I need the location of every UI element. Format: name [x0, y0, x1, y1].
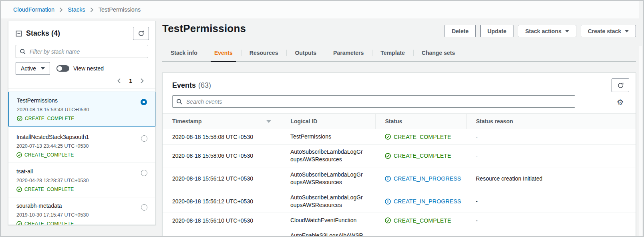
delete-button[interactable]: Delete — [445, 25, 476, 37]
event-timestamp: 2020-08-18 15:56:10 UTC+0530 — [163, 213, 281, 228]
settings-gear-icon[interactable]: ⚙ — [617, 98, 629, 106]
event-status-label: CREATE_COMPLETE — [394, 153, 451, 159]
sidebar-pagination: 1 — [8, 75, 155, 88]
column-header-status-reason: Status reason — [466, 114, 636, 129]
events-search-input[interactable] — [172, 95, 575, 108]
event-status: CREATE_IN_PROGRESS — [375, 167, 466, 190]
event-timestamp: 2020-08-18 15:56:12 UTC+0530 — [163, 190, 281, 213]
update-button[interactable]: Update — [480, 25, 513, 37]
breadcrumb-separator-icon — [90, 7, 94, 12]
events-refresh-button[interactable] — [612, 78, 629, 92]
view-nested-toggle[interactable]: View nested — [56, 65, 104, 72]
column-header-timestamp[interactable]: Timestamp — [163, 114, 281, 129]
button-label: Stack actions — [525, 28, 561, 34]
stack-name: tsat-all — [16, 168, 147, 175]
stack-name: sourabh-metadata — [16, 203, 147, 209]
tab-change-sets[interactable]: Change sets — [413, 45, 463, 61]
sort-descending-icon — [266, 120, 271, 123]
status-success-icon — [385, 134, 391, 140]
event-timestamp: 2020-08-18 15:58:08 UTC+0530 — [163, 129, 281, 145]
button-label: Update — [487, 28, 506, 34]
breadcrumb-link-cloudformation[interactable]: CloudFormation — [13, 6, 54, 13]
stack-radio[interactable] — [141, 135, 147, 142]
event-status-reason: - — [466, 190, 636, 213]
stack-timestamp: 2020-04-28 13:28:37 UTC+0530 — [16, 178, 147, 183]
status-success-icon — [385, 217, 391, 223]
tab-template[interactable]: Template — [372, 45, 413, 61]
stack-actions-button[interactable]: Stack actions — [518, 25, 576, 37]
stack-status-label: CREATE_COMPLETE — [24, 152, 74, 158]
breadcrumb-link-stacks[interactable]: Stacks — [68, 6, 85, 13]
toggle-switch[interactable] — [56, 65, 69, 72]
event-row: 2020-08-18 15:56:10 UTC+0530CloudWatchEv… — [163, 213, 636, 228]
stack-status-badge: CREATE_COMPLETE — [16, 187, 147, 192]
stack-radio[interactable] — [141, 99, 147, 105]
button-label: Create stack — [588, 28, 621, 34]
pager-prev-button[interactable] — [116, 77, 122, 84]
chevron-down-icon — [565, 30, 569, 32]
cloudformation-console: CloudFormationStacksTestPermissions Stac… — [0, 0, 644, 237]
stack-tabs: Stack infoEventsResourcesOutputsParamete… — [162, 45, 636, 62]
stack-status-badge: CREATE_COMPLETE — [16, 152, 147, 158]
stack-item-testpermissions[interactable]: TestPermissions2020-08-18 15:53:43 UTC+0… — [8, 92, 155, 127]
stack-item-installnestedstack3apsouth1[interactable]: InstallNestedStack3apsouth12020-07-13 23… — [8, 129, 155, 163]
events-panel-title: Events(63) — [172, 81, 211, 90]
event-logical-id: TestPermissions — [281, 129, 375, 145]
stack-radio[interactable] — [141, 170, 147, 176]
event-status-reason: Resource creation Initiated — [466, 167, 636, 190]
stack-filter-input[interactable] — [16, 45, 148, 58]
events-panel: Events(63) ⚙ — [162, 72, 636, 237]
event-status-label: CREATE_IN_PROGRESS — [394, 175, 461, 182]
stacks-refresh-button[interactable] — [133, 27, 149, 40]
stack-status-filter-dropdown[interactable]: Active — [16, 62, 50, 75]
chevron-down-icon — [625, 30, 629, 32]
sidebar-controls: Active View nested — [8, 62, 155, 75]
tab-parameters[interactable]: Parameters — [325, 45, 372, 61]
sidebar-title: Stacks (4) — [26, 29, 60, 38]
breadcrumb-current-testpermissions: TestPermissions — [99, 6, 141, 13]
stack-filter — [16, 45, 148, 58]
chevron-right-icon — [140, 78, 144, 84]
pager-next-button[interactable] — [139, 77, 145, 84]
button-label: Delete — [452, 28, 469, 34]
event-logical-id: AutoEnableS3LogsAlbAWSRes — [281, 228, 375, 237]
event-row: 2020-08-18 15:56:12 UTC+0530AutoSubscrib… — [163, 190, 636, 213]
stack-timestamp: 2020-08-18 15:53:43 UTC+0530 — [17, 107, 147, 112]
stack-item-sourabh-metadata[interactable]: sourabh-metadata2019-10-30 17:15:47 UTC+… — [8, 197, 155, 225]
event-status: CREATE_COMPLETE — [375, 228, 466, 237]
breadcrumb-separator-icon — [59, 7, 63, 12]
event-logical-id: AutoSubscribeLambdaLogGroupsAWSResources — [281, 167, 375, 190]
collapse-panel-icon[interactable] — [16, 30, 22, 37]
event-timestamp: 2020-08-18 15:58:06 UTC+0530 — [163, 145, 281, 167]
stack-status-label: CREATE_COMPLETE — [25, 116, 74, 121]
tab-stack-info[interactable]: Stack info — [162, 45, 206, 61]
status-success-icon — [17, 116, 22, 121]
event-row: 2020-08-18 15:58:08 UTC+0530TestPermissi… — [163, 129, 636, 145]
page-scrollbar[interactable] — [639, 46, 642, 236]
event-logical-id: AutoSubscribeLambdaLogGroupsAWSResources — [281, 145, 375, 167]
tab-events[interactable]: Events — [206, 45, 241, 61]
event-status-reason: - — [466, 129, 636, 145]
stack-item-tsat-all[interactable]: tsat-all2020-04-28 13:28:37 UTC+0530CREA… — [8, 163, 155, 197]
status-in-progress-icon — [385, 199, 391, 205]
tab-outputs[interactable]: Outputs — [286, 45, 325, 61]
event-status-label: CREATE_COMPLETE — [394, 217, 451, 224]
stack-radio[interactable] — [141, 204, 147, 211]
event-status-label: CREATE_IN_PROGRESS — [394, 198, 461, 205]
status-success-icon — [16, 152, 22, 158]
tab-resources[interactable]: Resources — [241, 45, 287, 61]
event-logical-id: CloudWatchEventFunction — [281, 213, 375, 228]
events-count: (63) — [198, 81, 211, 89]
event-status: CREATE_COMPLETE — [375, 145, 466, 167]
event-row: 2020-08-18 15:58:06 UTC+0530AutoSubscrib… — [163, 145, 636, 167]
event-status: CREATE_IN_PROGRESS — [375, 190, 466, 213]
events-table-body: 2020-08-18 15:58:08 UTC+0530TestPermissi… — [163, 129, 636, 237]
create-stack-button[interactable]: Create stack — [581, 25, 636, 37]
divider — [8, 88, 155, 89]
page-number[interactable]: 1 — [129, 78, 132, 84]
stack-status-badge: CREATE_COMPLETE — [17, 116, 147, 121]
events-table: Timestamp Logical ID Status Status reaso… — [163, 113, 636, 237]
status-success-icon — [385, 153, 391, 159]
stack-status-badge: CREATE_COMPLETE — [16, 221, 147, 225]
stack-timestamp: 2019-10-30 17:15:47 UTC+0530 — [16, 212, 147, 218]
